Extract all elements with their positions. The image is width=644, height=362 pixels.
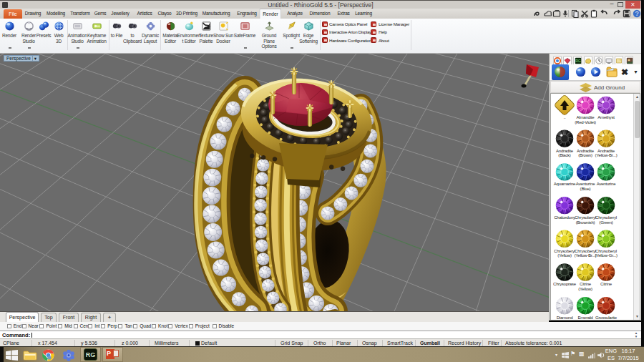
svg-text:RG: RG	[575, 59, 581, 63]
svg-text:?: ?	[635, 10, 639, 17]
